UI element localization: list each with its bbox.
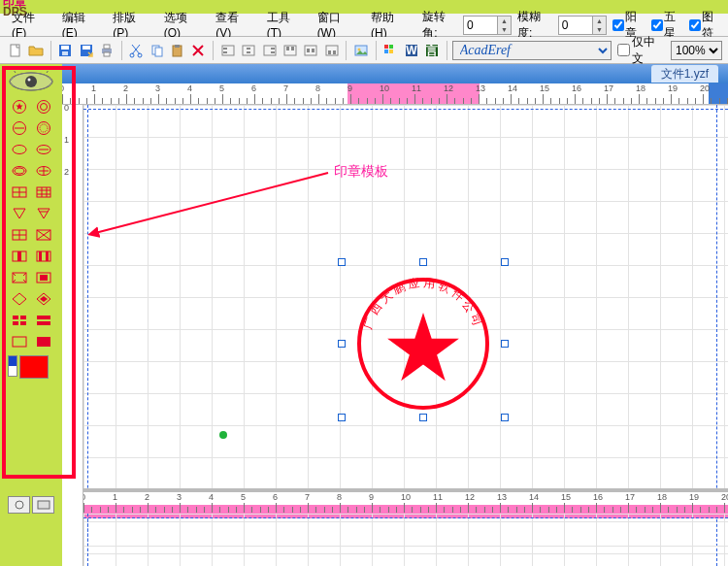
svg-rect-76 — [40, 275, 48, 281]
sel-handle-s[interactable] — [419, 414, 427, 421]
svg-point-62 — [15, 168, 24, 174]
svg-rect-65 — [37, 187, 50, 197]
word-icon[interactable]: W — [402, 41, 420, 60]
stamp-rect-quad-icon[interactable] — [8, 311, 30, 330]
svg-rect-86 — [38, 501, 50, 509]
rotate-spinner[interactable]: ▲▼ — [463, 16, 512, 35]
spin-down-icon[interactable]: ▼ — [592, 25, 606, 34]
stamp-circle-dots-icon[interactable] — [32, 118, 54, 138]
svg-rect-3 — [62, 51, 68, 55]
delete-icon[interactable] — [189, 41, 208, 60]
stamp-rect-cross-icon[interactable] — [8, 225, 30, 245]
stamp-rect-plain-icon[interactable] — [8, 332, 30, 351]
zoom-selector[interactable]: 100% — [671, 41, 722, 60]
stamp-circle-solid-icon[interactable] — [32, 97, 54, 117]
svg-rect-32 — [333, 50, 336, 54]
image-icon[interactable] — [351, 41, 370, 60]
stamp-diamond-fill-icon[interactable] — [32, 289, 54, 309]
svg-rect-5 — [83, 46, 90, 50]
stamp-rect-diag-icon[interactable] — [32, 225, 54, 245]
palette-icon[interactable] — [381, 41, 400, 60]
svg-rect-12 — [155, 48, 162, 56]
svg-rect-80 — [20, 321, 26, 325]
blur-input[interactable] — [559, 17, 592, 34]
svg-rect-2 — [61, 46, 69, 50]
svg-rect-72 — [39, 251, 42, 261]
stamp-rect-sm-icon[interactable] — [32, 268, 54, 287]
sel-handle-sw[interactable] — [338, 414, 346, 421]
stamp-table-icon[interactable] — [32, 183, 54, 202]
align-bottom-icon[interactable] — [322, 41, 341, 60]
toolbar: W 言 AcadEref 仅中文 100% — [0, 37, 728, 64]
copy-icon[interactable] — [148, 41, 166, 60]
rotate-input[interactable] — [464, 17, 497, 34]
saveas-icon[interactable] — [77, 41, 95, 60]
spin-down-icon[interactable]: ▼ — [497, 25, 511, 34]
stamp-circle-star-icon[interactable] — [8, 97, 30, 117]
svg-rect-19 — [247, 48, 250, 50]
align-top-icon[interactable] — [281, 41, 299, 60]
stamp-ellipse-icon[interactable] — [8, 140, 30, 159]
stamp-circle-line-icon[interactable] — [8, 118, 30, 138]
open-icon[interactable] — [26, 41, 45, 60]
stamp-rect-h-icon[interactable] — [32, 311, 54, 330]
svg-rect-31 — [328, 50, 331, 54]
svg-point-46 — [28, 79, 31, 82]
save-icon[interactable] — [56, 41, 75, 60]
canvas-2[interactable] — [83, 514, 728, 566]
tab-file1[interactable]: 文件1.yzf — [651, 65, 718, 83]
cut-icon[interactable] — [127, 41, 146, 60]
stamp-invtri-line-icon[interactable] — [32, 204, 54, 223]
sel-handle-se[interactable] — [501, 414, 509, 421]
stroke-color-swatch[interactable] — [8, 355, 17, 377]
svg-text:W: W — [406, 44, 417, 57]
text-icon[interactable]: 言 — [422, 41, 441, 60]
stamp-ellipse-text-icon[interactable] — [32, 140, 54, 159]
sel-handle-nw[interactable] — [338, 258, 346, 266]
stamp-ellipse-hatch-icon[interactable] — [32, 161, 54, 181]
stamp-diamond-icon[interactable] — [8, 289, 30, 309]
fill-color-swatch[interactable] — [19, 355, 49, 379]
stamp-invtri-icon[interactable] — [8, 204, 30, 223]
svg-rect-23 — [271, 51, 275, 53]
blur-spinner[interactable]: ▲▼ — [558, 16, 607, 35]
svg-line-50 — [47, 71, 49, 73]
margin-left-2 — [87, 514, 88, 566]
svg-rect-24 — [284, 46, 296, 55]
thumb-preview-icon[interactable] — [32, 496, 54, 514]
align-right-icon[interactable] — [260, 41, 279, 60]
align-middle-icon[interactable] — [302, 41, 320, 60]
svg-rect-81 — [37, 316, 50, 319]
svg-rect-84 — [37, 337, 50, 347]
ruler-vertical: 012 — [62, 105, 83, 566]
svg-rect-38 — [389, 50, 393, 53]
svg-rect-73 — [46, 251, 49, 261]
stamp-notch-icon[interactable] — [8, 268, 30, 287]
paste-icon[interactable] — [168, 41, 186, 60]
chk-chinese-only[interactable]: 仅中文 — [617, 34, 665, 67]
stamp-ellipse-dbl-icon[interactable] — [8, 161, 30, 181]
stamp-rect-vv-icon[interactable] — [32, 247, 54, 266]
rotate-handle[interactable] — [219, 431, 227, 439]
new-icon[interactable] — [6, 41, 24, 60]
align-left-icon[interactable] — [218, 41, 237, 60]
stamp-rect-v-icon[interactable] — [8, 247, 30, 266]
align-center-icon[interactable] — [240, 41, 258, 60]
stamp-object[interactable]: 广西大鹏应用软件公司 — [347, 268, 499, 419]
print-icon[interactable] — [97, 41, 116, 60]
spin-up-icon[interactable]: ▲ — [592, 17, 606, 25]
document-tabs: 文件1.yzf — [62, 64, 728, 83]
eye-icon — [3, 70, 59, 93]
spin-up-icon[interactable]: ▲ — [497, 17, 511, 25]
svg-rect-15 — [222, 46, 234, 55]
sel-handle-n[interactable] — [419, 258, 427, 266]
sel-handle-e[interactable] — [501, 340, 509, 348]
sel-handle-ne[interactable] — [501, 258, 509, 266]
stamp-grid-icon[interactable] — [8, 183, 30, 202]
svg-rect-37 — [384, 50, 388, 53]
font-selector[interactable]: AcadEref — [452, 41, 612, 60]
sel-handle-w[interactable] — [338, 340, 346, 348]
svg-point-45 — [25, 76, 37, 87]
thumb-stamp-icon[interactable] — [8, 496, 30, 514]
stamp-rect-fill-icon[interactable] — [32, 332, 54, 351]
